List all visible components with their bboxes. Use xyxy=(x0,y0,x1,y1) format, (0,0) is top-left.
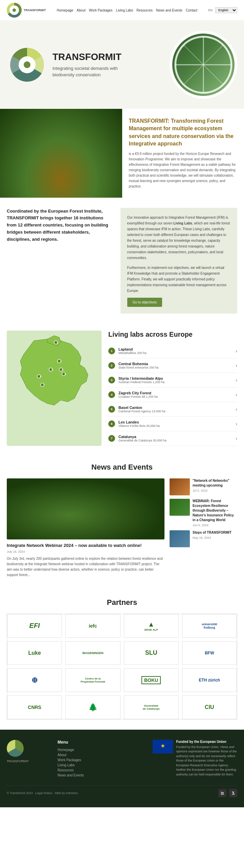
forest-image xyxy=(0,109,122,198)
logo-icon xyxy=(7,3,22,18)
news-section: News and Events Integrate Network Webina… xyxy=(0,453,244,588)
svg-point-1 xyxy=(24,61,30,68)
svg-text:2: 2 xyxy=(60,360,62,362)
news-card-1[interactable]: "Network of Networks" meeting upcoming J… xyxy=(170,478,237,495)
nav-news-events[interactable]: News and Events xyxy=(156,8,182,12)
news-main-body: On July 3rd, nearly 200 participants gat… xyxy=(7,556,164,578)
partner-ciu: CIU xyxy=(182,695,237,719)
coordinated-text: Coordinated by the European Forest Insti… xyxy=(7,208,110,243)
partner-wageningen: WAGENINGEN xyxy=(65,641,120,665)
lab-arrow-icon: › xyxy=(236,348,237,354)
news-card-2-image xyxy=(170,499,190,516)
linkedin-icon[interactable]: in xyxy=(218,789,226,797)
coordinated-right-text: Our innovative approach to Integrative F… xyxy=(127,215,231,261)
partners-grid: EFI iefc ▲ ARGE ALP universitätfreiburg … xyxy=(7,614,237,719)
lab-item-2[interactable]: 2 Central Bohemia State forest enterpris… xyxy=(108,358,237,373)
nav-links: Homepage About Work Packages Living Labs… xyxy=(57,8,198,12)
news-main-date: July 16, 2024 xyxy=(7,550,164,553)
map-svg-icon: 1 2 3 4 5 6 7 xyxy=(7,331,102,446)
eu-flag-icon: ★ xyxy=(153,740,173,753)
news-heading: News and Events xyxy=(7,463,237,472)
objectives-button[interactable]: Go to objectives xyxy=(127,298,162,307)
logo-area[interactable]: TRANSFORMIT xyxy=(7,3,46,18)
news-card-3[interactable]: Steps of TRANSFORMIT May 16, 2024 xyxy=(170,530,237,547)
news-card-2-date: Jun 6, 2024 xyxy=(193,524,237,527)
partner-generalitat: Generalitatde Catalunya xyxy=(124,695,179,719)
hero-title: TRANSFORMIT xyxy=(52,52,163,62)
labs-heading: Living labs across Europe xyxy=(108,331,237,338)
navigation: TRANSFORMIT Homepage About Work Packages… xyxy=(0,0,244,21)
partner-luke: Luke xyxy=(7,641,62,665)
news-card-3-title: Steps of TRANSFORMIT xyxy=(193,530,231,535)
partner-arge: ▲ ARGE ALP xyxy=(124,614,179,638)
footer-link-living-labs[interactable]: Living Labs xyxy=(58,763,142,767)
language-selector[interactable]: EN English Deutsch Français xyxy=(208,7,237,13)
nav-about[interactable]: About xyxy=(77,8,86,12)
partner-trees: 🌲 xyxy=(65,695,120,719)
svg-text:7: 7 xyxy=(43,384,45,386)
lab-item-3[interactable]: 3 Styria / Intermediate Alps Austrian Fe… xyxy=(108,373,237,388)
partner-iefc: iefc xyxy=(65,614,120,638)
lab-arrow-icon: › xyxy=(236,407,237,412)
twitter-icon[interactable]: 𝕏 xyxy=(229,789,237,797)
svg-text:3: 3 xyxy=(62,369,63,371)
coordinated-right-panel: Our innovative approach to Integrative F… xyxy=(120,208,238,314)
footer-logo: TRANSFORMIT xyxy=(7,740,47,778)
nav-contact[interactable]: Contact xyxy=(186,8,197,12)
footer-bottom: © Transformit 2024 · Legal Notice · Web … xyxy=(7,785,237,797)
nav-living-labs[interactable]: Living Labs xyxy=(116,8,133,12)
labs-list: Living labs across Europe 1 Lapland Mets… xyxy=(108,331,237,446)
news-main-title[interactable]: Integrate Network Webinar 2024 – now ava… xyxy=(7,543,164,548)
news-card-3-image xyxy=(170,530,190,547)
footer-menu: Menu Homepage About Work Packages Living… xyxy=(58,740,142,778)
svg-text:1: 1 xyxy=(57,341,58,344)
lab-item-5[interactable]: 5 Basel Canton Cantonal Forest Agency 13… xyxy=(108,402,237,417)
footer-link-news-events[interactable]: News and Events xyxy=(58,773,142,777)
footer-link-about[interactable]: About xyxy=(58,753,142,757)
footer-logo-icon xyxy=(7,740,24,757)
coordinated-section: Coordinated by the European Forest Insti… xyxy=(0,198,244,324)
language-dropdown[interactable]: English Deutsch Français xyxy=(215,7,237,13)
footer-link-homepage[interactable]: Homepage xyxy=(58,748,142,752)
lab-arrow-icon: › xyxy=(236,436,237,441)
forest-heading: TRANSFORMIT: Transforming Forest Managem… xyxy=(129,117,238,148)
svg-text:6: 6 xyxy=(40,375,41,378)
coordinated-left: Coordinated by the European Forest Insti… xyxy=(7,208,110,314)
nav-resources[interactable]: Resources xyxy=(136,8,153,12)
lab-arrow-icon: › xyxy=(236,392,237,397)
lab-item-7[interactable]: 7 Catalunya Generalitat de Catalunya 30,… xyxy=(108,431,237,446)
coordinated-right-text-2: Furthermore, to implement our objectives… xyxy=(127,265,231,294)
copyright-text: © Transformit 2024 · Legal Notice · Web … xyxy=(7,791,79,795)
news-main-article: Integrate Network Webinar 2024 – now ava… xyxy=(7,478,164,578)
forest-section: TRANSFORMIT: Transforming Forest Managem… xyxy=(0,109,244,198)
partner-bfw: BFW xyxy=(182,641,237,665)
partner-freiburg: universitätfreiburg xyxy=(182,614,237,638)
svg-text:5: 5 xyxy=(52,369,53,371)
partners-section: Partners EFI iefc ▲ ARGE ALP universität… xyxy=(0,588,244,730)
footer-link-work-packages[interactable]: Work Packages xyxy=(58,758,142,762)
news-side-articles: "Network of Networks" meeting upcoming J… xyxy=(170,478,237,578)
lab-item-1[interactable]: 1 Lapland Metsähallitus 200 ha › xyxy=(108,344,237,358)
news-card-2-title: WEBINAR: Forest Ecosystem Resilience thr… xyxy=(193,499,237,522)
news-card-1-image xyxy=(170,478,190,495)
lab-item-4[interactable]: 4 Zagreb City Forest Croatian Forests lt… xyxy=(108,388,237,402)
lab-item-6[interactable]: 6 Les Landes Alliance Forêts Bois 20,000… xyxy=(108,417,237,431)
hero-subtitle: Integrating societal demands with biodiv… xyxy=(52,65,127,78)
nav-work-packages[interactable]: Work Packages xyxy=(89,8,113,12)
hero-overlay-icon xyxy=(172,34,235,96)
nav-homepage[interactable]: Homepage xyxy=(57,8,73,12)
partner-cnrs: CNRS xyxy=(7,695,62,719)
news-card-2[interactable]: WEBINAR: Forest Ecosystem Resilience thr… xyxy=(170,499,237,527)
news-card-3-date: May 16, 2024 xyxy=(193,536,231,539)
lang-label: EN xyxy=(208,8,213,12)
news-card-1-title: "Network of Networks" meeting upcoming xyxy=(193,478,237,488)
partner-boku: BOKU xyxy=(124,668,179,692)
footer-link-resources[interactable]: Resources xyxy=(58,768,142,772)
forest-body: is a €9.9 million project funded by the … xyxy=(129,151,238,189)
hero-graphic-icon xyxy=(7,44,47,85)
news-grid: Integrate Network Webinar 2024 – now ava… xyxy=(7,478,237,578)
brand-name: TRANSFORMIT xyxy=(24,8,46,12)
lab-arrow-icon: › xyxy=(236,421,237,427)
europe-map: 1 2 3 4 5 6 7 xyxy=(7,331,102,446)
lab-arrow-icon: › xyxy=(236,377,237,383)
